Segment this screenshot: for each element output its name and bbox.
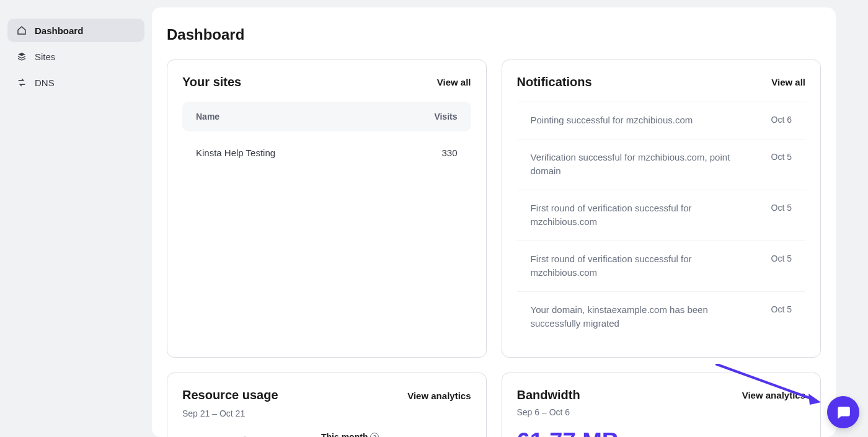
your-sites-card: Your sites View all Name Visits Kinsta H…	[167, 60, 487, 358]
sidebar-item-label: DNS	[35, 77, 55, 88]
notification-text: First round of verification successful f…	[531, 252, 759, 280]
sites-table-header: Name Visits	[182, 102, 471, 131]
sites-icon	[16, 51, 27, 62]
notification-date: Oct 5	[771, 303, 792, 314]
notification-text: Pointing successful for mzchibious.com	[531, 113, 759, 128]
resource-donut-chart	[182, 430, 306, 438]
site-visits: 330	[441, 148, 457, 158]
your-sites-view-all-link[interactable]: View all	[437, 77, 471, 87]
sidebar-item-label: Dashboard	[35, 25, 83, 36]
page-title: Dashboard	[167, 26, 821, 43]
notification-row[interactable]: Verification successful for mzchibious.c…	[517, 139, 806, 190]
notification-row[interactable]: Pointing successful for mzchibious.com O…	[517, 102, 806, 139]
notification-text: First round of verification successful f…	[531, 201, 759, 229]
your-sites-title: Your sites	[182, 75, 241, 89]
resource-usage-title: Resource usage	[182, 388, 278, 402]
sites-col-name: Name	[196, 112, 219, 121]
bandwidth-value: 61.77 MB	[517, 428, 806, 438]
resource-usage-card: Resource usage View analytics Sep 21 – O…	[167, 373, 487, 438]
chat-launcher-button[interactable]	[827, 396, 859, 428]
sidebar-item-dns[interactable]: DNS	[7, 71, 144, 94]
sidebar-item-dashboard[interactable]: Dashboard	[7, 19, 144, 42]
dashboard-icon	[16, 25, 27, 36]
notification-row[interactable]: First round of verification successful f…	[517, 190, 806, 241]
sidebar: Dashboard Sites DNS	[0, 0, 152, 437]
resource-date-range: Sep 21 – Oct 21	[182, 408, 471, 418]
bandwidth-date-range: Sep 6 – Oct 6	[517, 407, 806, 417]
notifications-title: Notifications	[517, 75, 592, 89]
notifications-card: Notifications View all Pointing successf…	[502, 60, 822, 358]
resource-view-analytics-link[interactable]: View analytics	[407, 391, 471, 401]
notifications-view-all-link[interactable]: View all	[771, 77, 805, 87]
resource-legend: This month ? Day 16 out of 30 Visits ?	[321, 430, 396, 438]
chat-icon	[835, 404, 851, 420]
legend-this-month: This month ?	[321, 432, 396, 438]
help-icon[interactable]: ?	[370, 433, 379, 438]
bandwidth-card: Bandwidth View analytics Sep 6 – Oct 6 6…	[502, 373, 822, 438]
notification-row[interactable]: First round of verification successful f…	[517, 241, 806, 291]
notification-date: Oct 5	[771, 252, 792, 263]
notification-text: Verification successful for mzchibious.c…	[531, 151, 759, 179]
bandwidth-view-analytics-link[interactable]: View analytics	[742, 390, 805, 400]
site-row[interactable]: Kinsta Help Testing 330	[182, 138, 471, 168]
sites-col-visits: Visits	[434, 112, 457, 121]
sidebar-item-sites[interactable]: Sites	[7, 45, 144, 68]
notification-text: Your domain, kinstaexample.com has been …	[531, 303, 759, 331]
sidebar-item-label: Sites	[35, 51, 55, 62]
bandwidth-title: Bandwidth	[517, 388, 580, 402]
notification-date: Oct 5	[771, 151, 792, 162]
notification-date: Oct 5	[771, 201, 792, 213]
site-name: Kinsta Help Testing	[196, 148, 275, 158]
main-panel: Dashboard Your sites View all Name Visit…	[152, 7, 836, 437]
notification-row[interactable]: Your domain, kinstaexample.com has been …	[517, 291, 806, 342]
dns-icon	[16, 77, 27, 88]
notification-date: Oct 6	[771, 113, 792, 125]
